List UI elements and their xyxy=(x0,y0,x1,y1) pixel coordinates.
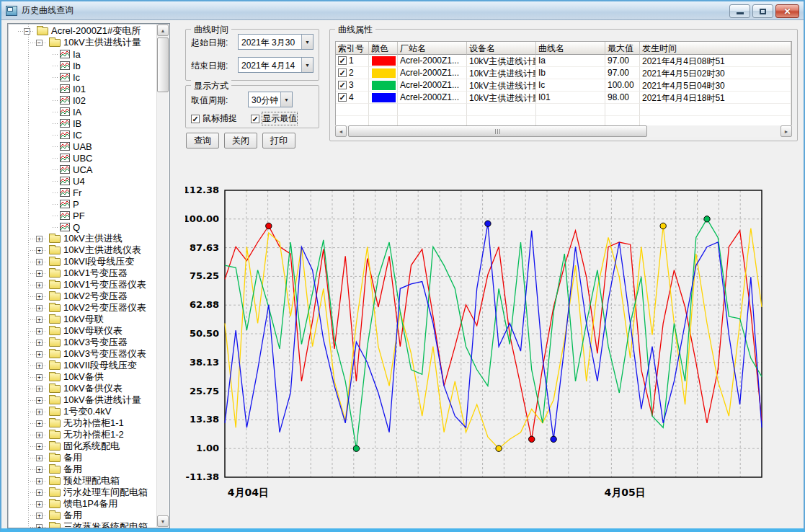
tree-item[interactable]: +固化系统配电 xyxy=(8,440,156,452)
minimize-button[interactable] xyxy=(729,4,750,18)
tree-item-label[interactable]: UCA xyxy=(73,164,92,175)
tree-item[interactable]: Ib xyxy=(8,60,156,71)
tree-item[interactable]: +10kV3号变压器仪表 xyxy=(8,348,156,360)
mouse-capture-label[interactable]: 鼠标捕捉 xyxy=(203,112,237,125)
tree-item[interactable]: +10kV2号变压器 xyxy=(8,291,156,302)
tree-item-label[interactable]: UBC xyxy=(73,153,92,164)
expand-icon[interactable]: + xyxy=(36,455,43,461)
chevron-down-icon[interactable]: ▼ xyxy=(301,58,313,72)
row-checkbox[interactable]: ✓ xyxy=(338,81,347,89)
tree-scrollbar-thumb[interactable] xyxy=(157,37,169,92)
tree-item-label[interactable]: P xyxy=(73,199,79,210)
column-header[interactable]: 索引号 xyxy=(336,42,369,55)
tree-item-label[interactable]: Q xyxy=(73,222,80,233)
tree-item[interactable]: UBC xyxy=(8,152,156,164)
tree-item-label[interactable]: Ic xyxy=(73,72,80,83)
expand-icon[interactable]: + xyxy=(36,340,43,346)
query-button[interactable]: 查询 xyxy=(186,133,219,148)
table-row[interactable]: ✓3Acrel-2000Z1...10kV主供进线计量Ic100.002021年… xyxy=(336,79,791,92)
expand-icon[interactable]: + xyxy=(36,259,43,265)
expand-icon[interactable]: + xyxy=(36,420,43,427)
tree-item[interactable]: +无功补偿柜1-1 xyxy=(8,417,156,429)
end-date-combobox[interactable]: 2021年 4月14 ▼ xyxy=(238,57,313,73)
expand-icon[interactable]: + xyxy=(36,409,43,415)
tree-item[interactable]: +10kVII段母线压变 xyxy=(8,360,156,371)
restore-button[interactable] xyxy=(752,4,773,18)
expand-icon[interactable]: + xyxy=(36,443,43,450)
tree-item[interactable]: Ic xyxy=(8,71,156,83)
expand-icon[interactable]: + xyxy=(36,351,43,358)
tree-item[interactable]: +污水处理车间配电箱 xyxy=(8,487,156,498)
column-header[interactable]: 曲线名 xyxy=(536,42,605,55)
tree-item-label[interactable]: Ib xyxy=(73,61,81,71)
tree-item[interactable]: IC xyxy=(8,129,156,141)
tree-item[interactable]: +10kV主供进线仪表 xyxy=(8,244,156,256)
collapse-icon[interactable]: − xyxy=(24,28,30,35)
tree-item[interactable]: I01 xyxy=(8,83,156,94)
tree-item[interactable]: PF xyxy=(8,210,156,221)
chevron-down-icon[interactable]: ▼ xyxy=(280,92,292,107)
expand-icon[interactable]: + xyxy=(36,236,43,242)
row-checkbox[interactable]: ✓ xyxy=(338,68,347,77)
tree-item-label[interactable]: 10kV主供进线计量 xyxy=(63,36,141,49)
tree-item[interactable]: +10kV备供进线计量 xyxy=(8,394,156,406)
expand-icon[interactable]: + xyxy=(36,247,43,254)
tree-item[interactable]: −Acrel-2000Z1#变电所 xyxy=(8,25,156,37)
expand-icon[interactable]: + xyxy=(36,386,43,392)
tree-item[interactable]: +10kV主供进线 xyxy=(8,233,156,244)
start-date-combobox[interactable]: 2021年 3月30 ▼ xyxy=(238,34,313,50)
tree-item-label[interactable]: UAB xyxy=(73,141,92,152)
tree-item[interactable]: UCA xyxy=(8,164,156,175)
table-horizontal-scrollbar[interactable]: ◄ ► xyxy=(335,125,792,137)
expand-icon[interactable]: + xyxy=(36,316,43,323)
tree-item-label[interactable]: I02 xyxy=(73,95,86,106)
mouse-capture-checkbox[interactable]: ✓ xyxy=(191,115,200,123)
column-header[interactable]: 最大值 xyxy=(605,42,640,55)
column-header[interactable]: 设备名 xyxy=(467,42,536,55)
expand-icon[interactable]: + xyxy=(36,466,43,473)
tree-item[interactable]: +10kVI段母线压变 xyxy=(8,256,156,267)
column-header[interactable]: 颜色 xyxy=(369,42,398,55)
tree-item[interactable]: +三效蒸发系统配电箱 xyxy=(8,521,156,528)
close-action-button[interactable]: 关闭 xyxy=(224,133,257,148)
scroll-left-arrow-icon[interactable]: ◄ xyxy=(335,125,347,137)
tree-item[interactable]: Q xyxy=(8,221,156,233)
tree-item[interactable]: +预处理配电箱 xyxy=(8,475,156,487)
tree-item[interactable]: IA xyxy=(8,106,156,118)
tree-item[interactable]: P xyxy=(8,198,156,210)
expand-icon[interactable]: + xyxy=(36,363,43,369)
tree-item[interactable]: U4 xyxy=(8,175,156,187)
expand-icon[interactable]: + xyxy=(36,513,43,519)
collapse-icon[interactable]: − xyxy=(36,40,43,46)
scroll-right-arrow-icon[interactable]: ► xyxy=(780,125,792,137)
expand-icon[interactable]: + xyxy=(36,305,43,311)
tree-item[interactable]: +1号变0.4kV xyxy=(8,406,156,417)
table-scrollbar-thumb[interactable] xyxy=(348,125,647,137)
tree-item-label[interactable]: PF xyxy=(73,210,85,221)
tree-item[interactable]: +10kV母联 xyxy=(8,314,156,325)
tree-item-label[interactable]: 三效蒸发系统配电箱 xyxy=(63,520,148,528)
column-header[interactable]: 发生时间 xyxy=(640,42,791,55)
expand-icon[interactable]: + xyxy=(36,374,43,381)
expand-icon[interactable]: + xyxy=(36,293,43,300)
tree-item[interactable]: +馈电1P4备用 xyxy=(8,498,156,510)
tree-item[interactable]: +无功补偿柜1-2 xyxy=(8,429,156,440)
tree-item[interactable]: Ia xyxy=(8,48,156,60)
expand-icon[interactable]: + xyxy=(36,501,43,507)
period-combobox[interactable]: 30分钟 ▼ xyxy=(248,92,293,107)
expand-icon[interactable]: + xyxy=(36,478,43,484)
table-row[interactable]: ✓1Acrel-2000Z1...10kV主供进线计量Ia97.002021年4… xyxy=(336,55,791,67)
close-button[interactable]: ✕ xyxy=(775,4,799,18)
tree-item[interactable]: I02 xyxy=(8,94,156,106)
tree-item[interactable]: +10kV备供仪表 xyxy=(8,383,156,394)
row-checkbox[interactable]: ✓ xyxy=(338,56,347,65)
expand-icon[interactable]: + xyxy=(36,328,43,334)
scroll-down-arrow-icon[interactable]: ▼ xyxy=(157,515,169,527)
chevron-down-icon[interactable]: ▼ xyxy=(301,35,313,49)
tree-item[interactable]: +10kV1号变压器 xyxy=(8,267,156,279)
tree-item-label[interactable]: U4 xyxy=(73,176,85,187)
tree-item-label[interactable]: Ia xyxy=(73,49,81,60)
expand-icon[interactable]: + xyxy=(36,524,43,529)
tree-item[interactable]: UAB xyxy=(8,141,156,152)
tree-item[interactable]: IB xyxy=(8,118,156,129)
